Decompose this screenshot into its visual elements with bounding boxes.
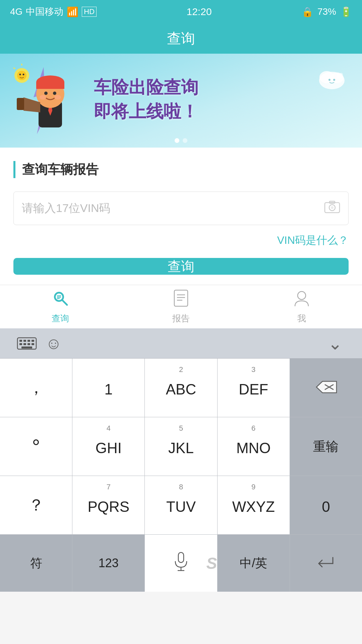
keyboard-row-2: ° 4 GHI 5 JKL 6 MNO 重输 <box>0 417 362 476</box>
key-question[interactable]: ？ <box>0 476 72 534</box>
key-lang-label: 中/英 <box>240 555 267 572</box>
key-abc-main: ABC <box>166 381 196 398</box>
svg-rect-45 <box>27 340 30 342</box>
svg-point-21 <box>17 71 26 80</box>
svg-rect-54 <box>178 552 184 562</box>
emoji-btn[interactable]: ☺ <box>40 333 67 354</box>
svg-rect-47 <box>19 343 22 345</box>
key-comma[interactable]: ， <box>0 359 72 417</box>
key-backspace[interactable] <box>290 359 362 417</box>
tab-report-label: 报告 <box>172 313 190 324</box>
key-wxyz-sub: 9 <box>251 483 255 491</box>
key-mic[interactable]: S <box>145 535 217 592</box>
key-0[interactable]: 0 <box>290 476 362 534</box>
svg-rect-48 <box>23 343 26 345</box>
key-def-main: DEF <box>239 381 268 398</box>
svg-rect-44 <box>23 340 26 342</box>
report-tab-icon <box>173 289 189 311</box>
hd-badge: HD <box>82 7 97 17</box>
key-mno-main: MNO <box>236 440 271 457</box>
search-box[interactable]: 请输入17位VIN码 <box>13 192 349 225</box>
key-jkl[interactable]: 5 JKL <box>145 417 217 476</box>
tab-query[interactable]: 查询 <box>0 285 121 328</box>
svg-point-30 <box>331 206 334 209</box>
key-ghi[interactable]: 4 GHI <box>72 417 145 476</box>
key-123-label: 123 <box>99 556 119 570</box>
banner-text-sub: 即将上线啦！ <box>94 100 198 123</box>
swype-brand: S <box>206 554 217 573</box>
key-def[interactable]: 3 DEF <box>218 359 290 417</box>
key-lang[interactable]: 中/英 <box>218 535 290 592</box>
key-pqrs-sub: 7 <box>107 483 111 491</box>
key-0-label: 0 <box>322 498 330 515</box>
section-title: 查询车辆报告 <box>13 161 349 178</box>
svg-rect-50 <box>32 343 34 345</box>
battery-icon: 🔋 <box>340 6 352 17</box>
svg-point-15 <box>40 95 46 100</box>
key-jkl-sub: 5 <box>179 424 183 433</box>
svg-rect-19 <box>17 98 24 110</box>
key-tuv-main: TUV <box>166 498 196 515</box>
key-def-sub: 3 <box>251 365 255 374</box>
svg-rect-43 <box>19 340 22 342</box>
page-title: 查询 <box>167 29 195 48</box>
tab-report[interactable]: 报告 <box>121 285 241 328</box>
key-mno[interactable]: 6 MNO <box>218 417 290 476</box>
signal-icon: 4G <box>10 6 22 17</box>
key-abc[interactable]: 2 ABC <box>145 359 217 417</box>
banner: 车险出险查询 即将上线啦！ <box>0 54 362 148</box>
carrier-name: 中国移动 <box>26 5 63 18</box>
svg-rect-12 <box>36 82 64 89</box>
query-button-label: 查询 <box>168 258 194 275</box>
hide-keyboard-btn[interactable]: ⌄ <box>322 333 349 354</box>
key-enter[interactable] <box>290 535 362 592</box>
key-1-label: 1 <box>105 381 113 398</box>
keyboard-area: ☺ ⌄ ， 1 2 ABC 3 DEF <box>0 328 362 592</box>
keyboard-toolbar: ☺ ⌄ <box>0 328 362 359</box>
camera-icon[interactable] <box>324 200 340 217</box>
key-ghi-sub: 4 <box>107 424 111 433</box>
dot-2 <box>183 138 187 143</box>
tab-me[interactable]: 我 <box>241 285 362 328</box>
backspace-icon <box>314 379 338 397</box>
key-wxyz-main: WXYZ <box>232 498 275 515</box>
svg-point-25 <box>19 74 21 75</box>
status-time: 12:20 <box>187 6 212 17</box>
me-tab-icon <box>294 289 310 311</box>
key-question-label: ？ <box>28 494 44 516</box>
key-pqrs[interactable]: 7 PQRS <box>72 476 145 534</box>
status-right: 🔒 73% 🔋 <box>302 6 352 17</box>
svg-point-16 <box>54 95 61 100</box>
key-tuv[interactable]: 8 TUV <box>145 476 217 534</box>
keyboard-row-1: ， 1 2 ABC 3 DEF <box>0 359 362 417</box>
tab-query-label: 查询 <box>52 313 69 324</box>
vin-input-placeholder[interactable]: 请输入17位VIN码 <box>22 201 324 216</box>
svg-line-33 <box>63 301 67 305</box>
mic-icon <box>173 552 189 575</box>
banner-text-sub-text: 即将上线啦！ <box>94 102 198 121</box>
key-abc-sub: 2 <box>179 365 183 374</box>
query-button[interactable]: 查询 <box>13 258 349 275</box>
key-ghi-main: GHI <box>96 440 122 457</box>
status-bar: 4G 中国移动 📶 HD 12:20 🔒 73% 🔋 <box>0 0 362 23</box>
key-123[interactable]: 123 <box>72 535 145 592</box>
key-1[interactable]: 1 <box>72 359 145 417</box>
key-sym[interactable]: 符 <box>0 535 72 592</box>
top-bar: 查询 <box>0 23 362 54</box>
keyboard-icon-btn[interactable] <box>13 333 40 354</box>
keyboard-bottom-row: 符 123 S 中/英 <box>0 535 362 592</box>
battery-pct: 73% <box>317 6 336 17</box>
svg-point-13 <box>44 92 48 95</box>
svg-point-41 <box>298 291 306 300</box>
banner-text-main: 车险出险查询 <box>94 78 198 97</box>
key-period-label: ° <box>32 435 40 458</box>
svg-point-14 <box>53 92 56 95</box>
svg-rect-51 <box>21 346 32 348</box>
key-comma-label: ， <box>28 377 44 398</box>
vin-help-link[interactable]: VIN码是什么？ <box>13 233 349 248</box>
key-wxyz[interactable]: 9 WXYZ <box>218 476 290 534</box>
key-period[interactable]: ° <box>0 417 72 476</box>
key-reinput[interactable]: 重输 <box>290 417 362 476</box>
dot-1 <box>175 138 179 143</box>
enter-icon <box>317 554 335 572</box>
